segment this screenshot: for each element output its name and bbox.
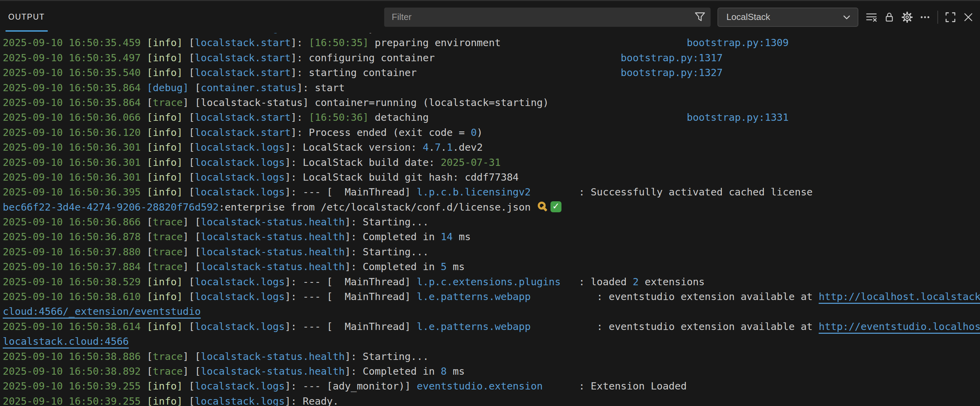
- log-text: l.e.patterns.webapp: [417, 321, 531, 332]
- log-text: [debug]: [147, 82, 189, 94]
- log-text: trace: [153, 365, 183, 377]
- file-link[interactable]: bootstrap.py:1327: [620, 67, 722, 78]
- filter-icon[interactable]: [694, 11, 706, 24]
- log-text: ]: Completed in: [345, 231, 441, 243]
- settings-gear-button[interactable]: [898, 8, 916, 26]
- log-text: 2025-09-10 16:50:36.866: [3, 216, 147, 228]
- log-line: 2025-09-10 16:50:38.892 [trace] [localst…: [3, 364, 980, 379]
- log-text: [: [183, 67, 195, 78]
- log-text: [info]: [147, 157, 183, 168]
- url-link[interactable]: cloud:4566/_extension/eventstudio: [3, 305, 200, 317]
- log-text: ]: --- [ MainThread]: [285, 321, 417, 332]
- log-text: [info]: [147, 52, 183, 64]
- lock-icon[interactable]: [880, 8, 898, 26]
- log-text: 2025-09-10 16:50:35.864: [3, 82, 147, 94]
- log-line: 2025-09-10 16:50:39.255 [info] [localsta…: [3, 379, 980, 393]
- log-line: 2025-09-10 16:50:35.497 [info] [localsta…: [3, 51, 980, 66]
- log-text: [info]: [147, 380, 183, 392]
- log-text: [: [189, 82, 200, 94]
- log-text: 2025-09-10 16:50:35.497: [3, 52, 147, 64]
- log-text: localstack.logs: [195, 171, 285, 183]
- output-panel-header: OUTPUT LocalStack: [0, 0, 980, 33]
- log-text: localstack.start: [195, 112, 291, 123]
- log-text: 2025-09-10 16:50:38.886: [3, 351, 147, 362]
- log-text: : eventstudio extension available at: [531, 291, 818, 302]
- log-text: [info]: [147, 321, 183, 332]
- log-text: [: [147, 216, 153, 228]
- log-text: [: [183, 141, 195, 153]
- log-text: localstack.logs: [195, 321, 285, 332]
- log-text: 2025-09-10 16:50:36.301: [3, 171, 147, 183]
- log-text: localstack.start: [195, 52, 291, 64]
- url-link[interactable]: localstack.cloud:4566: [3, 336, 129, 347]
- file-link[interactable]: bootstrap.py:1331: [687, 112, 789, 123]
- log-text: [: [183, 291, 195, 302]
- log-text: 4: [423, 141, 428, 153]
- log-text: l.e.patterns.webapp: [417, 291, 531, 302]
- log-text: : loaded: [561, 276, 633, 288]
- log-line: 2025-09-10 16:50:35.864 [debug] [contain…: [3, 80, 980, 95]
- log-text: ): [477, 126, 482, 138]
- log-text: [info]: [147, 276, 183, 288]
- log-text: l.p.c.extensions.plugins: [417, 276, 561, 288]
- url-link[interactable]: http://eventstudio.localhost.: [819, 321, 980, 332]
- log-text: 2025-09-10 16:50:36.395: [3, 186, 147, 198]
- log-text: trace: [153, 216, 183, 228]
- log-text: ms: [447, 261, 465, 272]
- log-line: 2025-09-10 16:50:36.066 [info] [localsta…: [3, 110, 980, 125]
- toolbar-divider: [937, 11, 938, 24]
- log-text: [16:50:35]: [309, 37, 369, 48]
- filter-box[interactable]: [384, 8, 711, 27]
- log-line: 2025-09-10 16:50:36.866 [trace] [localst…: [3, 215, 980, 230]
- log-text: ]: Process ended (exit code =: [291, 126, 471, 138]
- log-text: localstack.logs: [195, 141, 285, 153]
- log-text: [: [147, 365, 153, 377]
- log-text: localstack.start: [195, 67, 291, 78]
- log-line: 2025-09-10 16:50:35.864 [trace] [localst…: [3, 95, 980, 110]
- log-text: detaching: [369, 112, 429, 123]
- log-text: 2025-09-10 16:50:38.610: [3, 291, 147, 302]
- url-link[interactable]: http://localhost.localstack.: [819, 291, 980, 302]
- tab-output[interactable]: OUTPUT: [5, 1, 48, 33]
- log-text: ms: [447, 365, 465, 377]
- filter-input[interactable]: [391, 11, 694, 23]
- log-text: [info]: [147, 37, 183, 48]
- log-text: localstack.logs: [195, 33, 285, 34]
- channel-select[interactable]: LocalStack: [718, 8, 858, 27]
- log-line: 2025-09-10 16:50:39.255 [info] [localsta…: [3, 394, 980, 406]
- log-text: localstack.logs: [195, 276, 285, 288]
- log-line: 2025-09-10 16:50:38.886 [trace] [localst…: [3, 349, 980, 364]
- log-text: [: [183, 52, 195, 64]
- log-output[interactable]: 2025-09-10 16:50:36.395 [info] [localsta…: [0, 33, 980, 406]
- log-text: eventstudio.extension: [417, 380, 543, 392]
- log-text: 2025-09-10 16:50:38.892: [3, 365, 147, 377]
- log-text: [info]: [147, 171, 183, 183]
- log-text: [info]: [147, 67, 183, 78]
- log-text: ]: --- [ady_monitor)]: [285, 380, 417, 392]
- log-text: 2025-09-10 16:50:35.864: [3, 97, 147, 109]
- log-text: [: [147, 246, 153, 258]
- log-text: ] [localstack-status] container=running …: [183, 97, 549, 109]
- log-text: 14: [441, 231, 453, 243]
- log-text: [16:50:36]: [309, 112, 369, 123]
- log-text: localstack-status.health: [200, 365, 345, 377]
- file-link[interactable]: bootstrap.py:1309: [687, 37, 789, 48]
- close-panel-button[interactable]: [959, 8, 977, 26]
- log-text: [: [183, 171, 195, 183]
- log-text: trace: [153, 246, 183, 258]
- log-text: 0: [471, 126, 477, 138]
- log-text: preparing environment: [369, 37, 501, 48]
- clear-output-button[interactable]: [862, 8, 880, 26]
- log-text: ]: Successfully activated cached license: [285, 33, 531, 34]
- log-line: 2025-09-10 16:50:38.614 [info] [localsta…: [3, 319, 980, 334]
- log-line: 2025-09-10 16:50:38.610 [info] [localsta…: [3, 289, 980, 304]
- log-text: ]: starting container: [291, 67, 417, 78]
- maximize-panel-button[interactable]: [942, 8, 959, 26]
- more-actions-button[interactable]: [916, 8, 934, 26]
- file-link[interactable]: bootstrap.py:1317: [620, 52, 722, 64]
- panel-toolbar: [862, 8, 977, 26]
- log-text: [669, 33, 675, 34]
- log-text: 8: [441, 365, 447, 377]
- log-text: ] [: [183, 365, 200, 377]
- log-text: 7: [435, 141, 441, 153]
